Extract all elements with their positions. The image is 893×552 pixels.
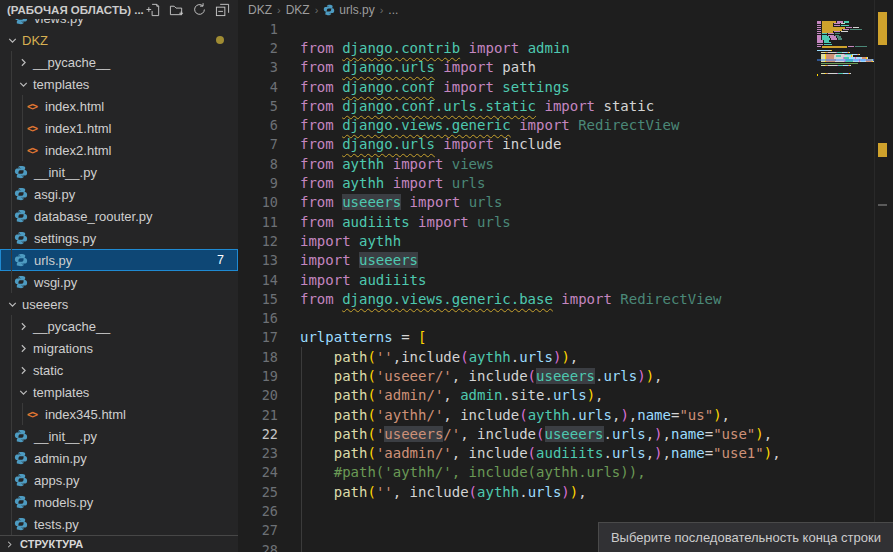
minimap-segment xyxy=(838,38,842,39)
explorer-section-header[interactable]: (РАБОЧАЯ ОБЛАСТЬ) ... xyxy=(0,0,238,19)
code-line-7[interactable]: 7from django.urls import include xyxy=(238,135,817,154)
code-line-12[interactable]: 12import aythh xyxy=(238,231,817,250)
line-number: 18 xyxy=(238,349,278,365)
code-line-24[interactable]: 24 #path('aythh/', include(aythh.urls)), xyxy=(238,463,817,482)
tree-item-index345-html[interactable]: <>index345.html xyxy=(0,403,238,425)
tree-item-label: database_roouter.py xyxy=(34,209,153,224)
chevron-right-icon xyxy=(17,320,30,333)
line-content: path('admin/', admin.site.urls), xyxy=(300,387,604,403)
tree-item--pycache-[interactable]: __pycache__ xyxy=(0,51,238,73)
tree-item-asgi-py[interactable]: asgi.py xyxy=(0,183,238,205)
line-content: from aythh import urls xyxy=(300,175,485,191)
line-content: urlpatterns = [ xyxy=(300,329,426,345)
new-file-icon[interactable] xyxy=(145,2,161,18)
line-number: 22 xyxy=(238,426,278,442)
tree-item-tests-py[interactable]: tests.py xyxy=(0,513,238,535)
chevron-right-icon xyxy=(17,364,30,377)
overview-ruler[interactable] xyxy=(874,0,893,552)
tree-item-templates[interactable]: templates xyxy=(0,381,238,403)
code-line-1[interactable]: 1 xyxy=(238,19,817,38)
python-file-icon xyxy=(13,494,29,510)
code-line-13[interactable]: 13import useeers xyxy=(238,251,817,270)
tree-item-label: models.py xyxy=(34,495,93,510)
line-content: from django.contrib import admin xyxy=(300,40,570,56)
minimap-segment xyxy=(859,54,860,55)
breadcrumb: DKZ›DKZ›urls.py›... xyxy=(238,0,893,19)
breadcrumb-item-dkz[interactable]: DKZ xyxy=(248,3,272,17)
code-line-22[interactable]: 22 path('useeers/', include(useeers.urls… xyxy=(238,424,817,443)
code-line-4[interactable]: 4from django.conf import settings xyxy=(238,77,817,96)
code-line-26[interactable]: 26 xyxy=(238,501,817,520)
minimap-segment xyxy=(831,38,837,39)
python-file-icon xyxy=(13,450,29,466)
tree-item-database-roouter-py[interactable]: database_roouter.py xyxy=(0,205,238,227)
tree-item-index1-html[interactable]: <>index1.html xyxy=(0,117,238,139)
breadcrumb-item-urls-py[interactable]: urls.py xyxy=(323,3,374,17)
tree-item--init-py[interactable]: __init__.py xyxy=(0,425,238,447)
tree-item-models-py[interactable]: models.py xyxy=(0,491,238,513)
code-line-17[interactable]: 17urlpatterns = [ xyxy=(238,328,817,347)
new-folder-icon[interactable] xyxy=(168,2,184,18)
refresh-icon[interactable] xyxy=(191,2,207,18)
minimap-selection-stripe xyxy=(817,59,874,62)
code-line-19[interactable]: 19 path('useeer/', include(useeers.urls)… xyxy=(238,366,817,385)
breadcrumb-separator: › xyxy=(380,4,384,16)
python-file-icon xyxy=(13,472,29,488)
html-file-icon: <> xyxy=(24,142,40,158)
tree-indent-guide xyxy=(11,51,12,293)
line-number: 26 xyxy=(238,503,278,519)
chevron-right-icon xyxy=(17,56,30,69)
python-file-icon xyxy=(13,186,29,202)
code-line-2[interactable]: 2from django.contrib import admin xyxy=(238,38,817,57)
tree-item--pycache-[interactable]: __pycache__ xyxy=(0,315,238,337)
tree-item-urls-py[interactable]: urls.py7 xyxy=(0,249,238,271)
code-line-3[interactable]: 3from django.urls import path xyxy=(238,58,817,77)
tree-item-index2-html[interactable]: <>index2.html xyxy=(0,139,238,161)
code-line-14[interactable]: 14import audiiits xyxy=(238,270,817,289)
tree-item-useeers[interactable]: useeers xyxy=(0,293,238,315)
outline-section-header[interactable]: СТРУКТУРА xyxy=(0,535,238,552)
code-line-21[interactable]: 21 path('aythh/', include(aythh.urls,),n… xyxy=(238,405,817,424)
tree-item-settings-py[interactable]: settings.py xyxy=(0,227,238,249)
code-line-18[interactable]: 18 path('',include(aythh.urls)), xyxy=(238,347,817,366)
tree-item-dkz[interactable]: DKZ xyxy=(0,29,238,51)
minimap-segment xyxy=(841,31,848,32)
chevron-down-icon xyxy=(17,78,30,91)
tree-item-index-html[interactable]: <>index.html xyxy=(0,95,238,117)
breadcrumb-separator: › xyxy=(277,4,281,16)
tree-item-templates[interactable]: templates xyxy=(0,73,238,95)
line-number: 17 xyxy=(238,329,278,345)
code-line-11[interactable]: 11from audiiits import urls xyxy=(238,212,817,231)
code-line-8[interactable]: 8from aythh import views xyxy=(238,154,817,173)
code-line-23[interactable]: 23 path('aadmin/', include(audiiits.urls… xyxy=(238,444,817,463)
line-number: 13 xyxy=(238,252,278,268)
tree-item-migrations[interactable]: migrations xyxy=(0,337,238,359)
tree-item-label: templates xyxy=(33,385,89,400)
collapse-all-icon[interactable] xyxy=(214,2,230,18)
breadcrumb-item--[interactable]: ... xyxy=(388,3,398,17)
code-line-9[interactable]: 9from aythh import urls xyxy=(238,173,817,192)
code-line-16[interactable]: 16 xyxy=(238,308,817,327)
code-line-6[interactable]: 6from django.views.generic import Redire… xyxy=(238,115,817,134)
code-line-10[interactable]: 10from useeers import urls xyxy=(238,193,817,212)
code-line-5[interactable]: 5from django.conf.urls.static import sta… xyxy=(238,96,817,115)
minimap-segment xyxy=(817,74,818,75)
tree-item--init-py[interactable]: __init__.py xyxy=(0,161,238,183)
code-line-15[interactable]: 15from django.views.generic.base import … xyxy=(238,289,817,308)
code-line-20[interactable]: 20 path('admin/', admin.site.urls), xyxy=(238,386,817,405)
tree-item-static[interactable]: static xyxy=(0,359,238,381)
tree-item-label: admin.py xyxy=(34,451,87,466)
line-number: 15 xyxy=(238,291,278,307)
line-number: 4 xyxy=(238,79,278,95)
breadcrumb-item-dkz[interactable]: DKZ xyxy=(286,3,310,17)
line-content: path('aythh/', include(aythh.urls,),name… xyxy=(300,407,730,423)
minimap[interactable] xyxy=(817,19,874,552)
code-line-25[interactable]: 25 path('', include(aythh.urls)), xyxy=(238,482,817,501)
line-number: 11 xyxy=(238,214,278,230)
code-area[interactable]: 12from django.contrib import admin3from … xyxy=(238,19,817,552)
tree-item-apps-py[interactable]: apps.py xyxy=(0,469,238,491)
tree-item-admin-py[interactable]: admin.py xyxy=(0,447,238,469)
breadcrumb-label: DKZ xyxy=(248,3,272,17)
tree-item-wsgi-py[interactable]: wsgi.py xyxy=(0,271,238,293)
line-number: 1 xyxy=(238,21,278,37)
